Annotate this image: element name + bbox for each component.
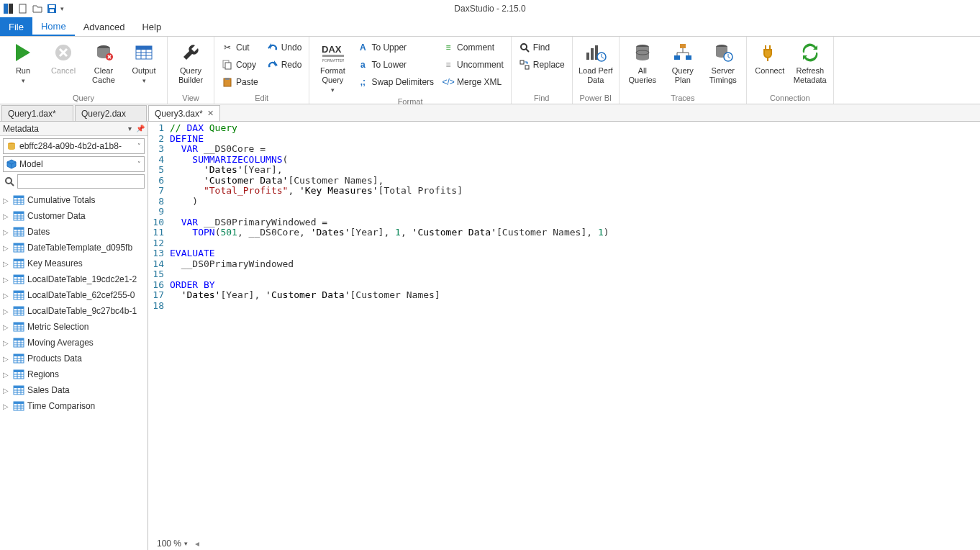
find-button[interactable]: Find [516,40,568,55]
query-builder-button[interactable]: Query Builder [172,40,209,86]
connect-button[interactable]: Connect [751,40,789,77]
table-tree-item[interactable]: ▷Dates [0,224,148,240]
metadata-tree: ▷Cumulative Totals▷Customer Data▷Dates▷D… [0,191,148,550]
model-dropdown[interactable]: Model ˅ [3,156,145,172]
format-query-button[interactable]: DAXFORMATTER Format Query ▾ [314,40,351,96]
chevron-right-icon: ▷ [3,339,10,347]
svg-rect-110 [14,354,24,356]
redo-button[interactable]: Redo [264,57,305,73]
new-icon[interactable] [17,3,29,14]
table-icon [13,369,24,379]
metadata-panel-header: Metadata ▾ 📌 [0,122,148,136]
server-timings-button[interactable]: Server Timings [704,40,742,86]
chevron-right-icon: ▷ [3,260,10,268]
cancel-button[interactable]: Cancel [45,40,82,77]
chevron-right-icon: ▷ [3,292,10,299]
scroll-left-icon[interactable]: ◂ [195,538,199,549]
svg-rect-116 [14,370,24,372]
svg-rect-92 [14,307,24,309]
replace-button[interactable]: Replace [516,57,568,73]
qat-dropdown-icon[interactable]: ▾ [60,5,64,12]
cut-button[interactable]: ✂Cut [219,40,261,55]
table-name: LocalDateTable_9c27bc4b-1 [27,306,137,316]
merge-xml-icon: </> [443,76,454,88]
comment-button[interactable]: ≡Comment [440,40,507,55]
undo-button[interactable]: Undo [264,40,305,55]
output-button[interactable]: Output ▾ [125,40,163,87]
table-icon [13,243,24,253]
editor-area: 123456789101112131415161718 // DAX Query… [148,122,980,550]
merge-xml-button[interactable]: </>Merge XML [440,74,507,90]
all-queries-button[interactable]: All Queries [624,40,661,86]
swap-delimiters-button[interactable]: ,;Swap Delimiters [354,74,437,90]
paste-button[interactable]: Paste [219,74,261,90]
cube-icon [6,159,17,169]
table-tree-item[interactable]: ▷Regions [0,366,148,382]
table-tree-item[interactable]: ▷LocalDateTable_9c27bc4b-1 [0,303,148,319]
query-plan-button[interactable]: Query Plan [664,40,702,86]
ribbon-group-connection: Connect Refresh Metadata Connection [747,37,834,104]
document-tab[interactable]: Query3.dax*✕ [148,105,220,121]
menu-help[interactable]: Help [133,17,170,36]
refresh-icon [799,41,822,64]
table-icon [13,322,24,332]
table-tree-item[interactable]: ▷LocalDateTable_19cdc2e1-2 [0,271,148,287]
menu-home[interactable]: Home [32,17,75,36]
zoom-indicator[interactable]: 100 % ▾ ◂ [157,538,199,549]
svg-marker-6 [16,44,30,61]
table-tree-item[interactable]: ▷Time Comparison [0,398,148,414]
refresh-metadata-button[interactable]: Refresh Metadata [791,40,829,86]
copy-icon [222,59,233,71]
load-perf-data-button[interactable]: Load Perf Data [577,40,614,86]
save-icon[interactable] [46,3,58,14]
chevron-right-icon: ▷ [3,276,10,284]
svg-rect-26 [525,66,529,69]
table-name: Cumulative Totals [27,195,96,205]
table-tree-item[interactable]: ▷LocalDateTable_62cef255-0 [0,287,148,303]
svg-rect-5 [50,9,54,12]
window-title: DaxStudio - 2.15.0 [454,4,525,14]
lower-icon: a [357,59,368,71]
table-icon [13,227,24,237]
table-icon [13,385,24,395]
table-tree-item[interactable]: ▷Products Data [0,351,148,366]
ribbon-group-edit: ✂Cut Copy Paste Undo Redo Edit [214,37,309,104]
database-dropdown[interactable]: ebffc284-a09b-4b2d-a1b8- ˅ [3,138,145,154]
document-tab[interactable]: Query1.dax* [1,105,73,121]
wrench-icon [179,41,202,64]
table-tree-item[interactable]: ▷DateTableTemplate_d095fb [0,240,148,256]
chevron-right-icon: ▷ [3,323,10,331]
uncomment-button[interactable]: ≡Uncomment [440,57,507,73]
clipboard-icon [222,76,233,88]
run-button[interactable]: Run ▾ [4,40,42,87]
chevron-right-icon: ▷ [3,244,10,252]
open-icon[interactable] [32,3,43,14]
panel-controls[interactable]: ▾ 📌 [128,125,145,132]
menu-advanced[interactable]: Advanced [75,17,134,36]
svg-point-47 [6,178,12,184]
svg-rect-35 [680,44,686,48]
metadata-search-input[interactable] [17,174,145,189]
swap-icon: ,; [357,76,368,88]
table-tree-item[interactable]: ▷Key Measures [0,256,148,271]
menu-file[interactable]: File [0,17,32,36]
table-tree-item[interactable]: ▷Sales Data [0,382,148,398]
chevron-right-icon: ▷ [3,402,10,410]
clear-cache-button[interactable]: Clear Cache [85,40,122,86]
code-content[interactable]: // DAX QueryDEFINE VAR __DS0Core = SUMMA… [167,123,980,550]
code-editor[interactable]: 123456789101112131415161718 // DAX Query… [148,122,980,550]
table-tree-item[interactable]: ▷Customer Data [0,208,148,224]
table-tree-item[interactable]: ▷Cumulative Totals [0,192,148,208]
document-tab[interactable]: Query2.dax [75,105,147,121]
redo-icon [267,59,278,71]
table-tree-item[interactable]: ▷Moving Averages [0,335,148,351]
svg-rect-86 [14,291,24,293]
to-upper-button[interactable]: ATo Upper [354,40,437,55]
svg-rect-56 [14,212,24,214]
close-icon[interactable]: ✕ [207,109,214,118]
svg-rect-17 [225,63,231,69]
chevron-right-icon: ▷ [3,307,10,315]
to-lower-button[interactable]: aTo Lower [354,57,437,73]
copy-button[interactable]: Copy [219,57,261,73]
table-tree-item[interactable]: ▷Metric Selection [0,319,148,335]
